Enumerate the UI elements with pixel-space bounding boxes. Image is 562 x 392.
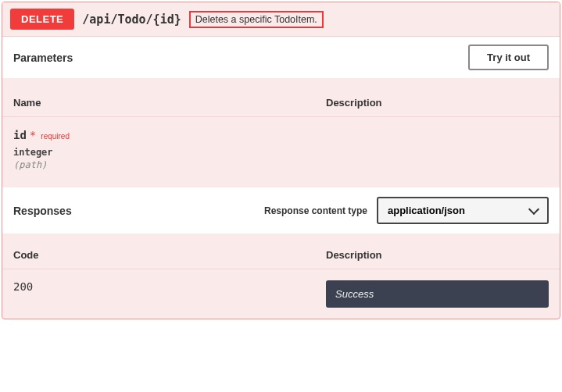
responses-section-bar: Responses Response content type applicat… — [2, 187, 560, 233]
response-content-type-label: Response content type — [264, 205, 367, 216]
response-content-type-group: Response content type application/json — [264, 197, 549, 224]
response-row: 200 Success — [2, 269, 560, 319]
required-label: required — [41, 132, 70, 141]
response-description-text: Success — [335, 288, 374, 300]
parameters-table-header: Name Description — [2, 78, 560, 117]
endpoint-path: /api/Todo/{id} — [82, 12, 181, 27]
responses-title: Responses — [13, 205, 72, 217]
parameter-in: (path) — [13, 159, 549, 170]
parameter-type: integer — [13, 147, 549, 158]
response-description-box: Success — [326, 280, 549, 308]
col-header-resp-description: Description — [326, 249, 549, 261]
api-operation-panel: DELETE /api/Todo/{id} Deletes a specific… — [2, 2, 560, 319]
parameter-name-text: id — [13, 129, 27, 141]
try-it-out-button[interactable]: Try it out — [468, 45, 549, 70]
parameters-section-bar: Parameters Try it out — [2, 37, 560, 78]
parameters-title: Parameters — [13, 52, 73, 64]
response-content-type-select[interactable]: application/json — [377, 197, 549, 224]
col-header-description: Description — [326, 97, 549, 109]
responses-table-header: Code Description — [2, 233, 560, 269]
operation-summary: Deletes a specific TodoItem. — [189, 11, 324, 28]
response-content-type-value: application/json — [388, 205, 465, 216]
http-method-badge: DELETE — [10, 9, 74, 30]
required-star-icon: * — [30, 129, 36, 141]
parameter-row: id * required integer (path) — [2, 117, 560, 187]
operation-header[interactable]: DELETE /api/Todo/{id} Deletes a specific… — [2, 2, 560, 37]
col-header-name: Name — [13, 97, 326, 109]
response-code: 200 — [13, 280, 326, 293]
parameter-name: id * required — [13, 129, 70, 141]
col-header-code: Code — [13, 249, 326, 261]
